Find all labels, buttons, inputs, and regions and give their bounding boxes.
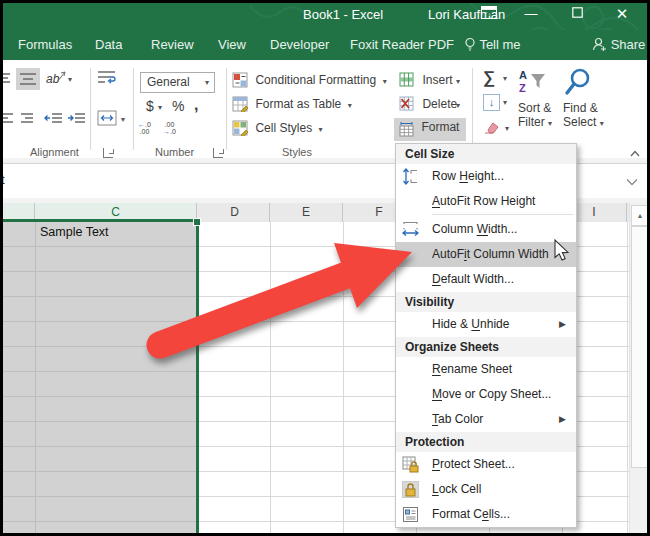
collapse-ribbon-button[interactable] (630, 143, 639, 152)
maximize-icon (572, 7, 583, 18)
row-height-icon (402, 168, 419, 185)
insert-cells-button[interactable]: Insert (399, 72, 452, 91)
conditional-formatting-icon (232, 72, 248, 88)
orientation-dropdown-caret[interactable]: ▾ (68, 75, 72, 84)
merge-center-button[interactable] (97, 110, 117, 130)
share-button[interactable]: Share (592, 30, 645, 60)
middle-align-button[interactable] (16, 68, 40, 90)
tab-tell-me[interactable]: Tell me (464, 30, 521, 60)
align-right-icon[interactable] (20, 112, 34, 130)
insert-cells-icon (399, 72, 414, 87)
number-format-select[interactable]: General ▾ (140, 72, 215, 93)
cell-styles-button[interactable]: Cell Styles ▾ (232, 120, 323, 140)
menu-item-hide-unhide[interactable]: Hide & Unhide▶ (396, 312, 576, 337)
currency-button[interactable]: $ (146, 98, 154, 114)
delete-caret[interactable]: ▾ (456, 101, 460, 110)
menu-item-label: Move or Copy Sheet... (432, 387, 551, 401)
format-cells-size-icon (399, 121, 414, 137)
align-left-icon[interactable] (0, 112, 14, 130)
conditional-formatting-button[interactable]: Conditional Formatting ▾ (232, 72, 387, 92)
menu-item-tab-color[interactable]: Tab Color▶ (396, 407, 576, 432)
find-select-button[interactable]: Find & Select ▾ (563, 68, 604, 129)
number-dialog-launcher[interactable] (213, 148, 223, 158)
menu-item-autofit-row-height[interactable]: AutoFit Row Height (396, 189, 576, 214)
vertical-scrollbar[interactable]: ▲ (629, 203, 649, 536)
title-bar: Book1 - Excel Lori Kaufman — ✕ (0, 0, 650, 30)
submenu-arrow-icon: ▶ (559, 312, 566, 337)
share-label: Share (611, 37, 646, 52)
menu-item-move-or-copy-sheet[interactable]: Move or Copy Sheet... (396, 382, 576, 407)
merge-center-caret[interactable]: ▾ (121, 115, 125, 124)
column-header-d[interactable]: D (200, 203, 270, 222)
tab-formulas[interactable]: Formulas (18, 30, 72, 60)
menu-item-protect-sheet[interactable]: Protect Sheet... (396, 452, 576, 477)
share-person-icon (592, 37, 607, 51)
menu-item-format-cells[interactable]: Format Cells... (396, 502, 576, 527)
clear-button[interactable] (483, 120, 500, 138)
menu-item-lock-cell[interactable]: Lock Cell (396, 477, 576, 502)
menu-item-default-width[interactable]: Default Width... (396, 267, 576, 292)
format-label: Format (421, 120, 459, 134)
tab-review[interactable]: Review (151, 30, 194, 60)
insert-label: Insert (422, 73, 452, 87)
menu-item-label: Tab Color (432, 412, 483, 426)
tab-foxit-reader-pdf[interactable]: Foxit Reader PDF (350, 30, 454, 60)
comma-button[interactable]: , (194, 96, 198, 114)
menu-section-visibility: Visibility (396, 292, 576, 312)
alignment-dialog-launcher[interactable] (103, 148, 113, 158)
decrease-indent-button[interactable] (44, 112, 63, 130)
menu-item-row-height[interactable]: Row Height... (396, 164, 576, 189)
sort-filter-button[interactable]: A Z Sort & Filter ▾ (518, 68, 552, 129)
menu-item-column-width[interactable]: Column Width... (396, 217, 576, 242)
selection-handle[interactable] (193, 218, 201, 226)
menu-item-label: AutoFit Column Width (432, 247, 549, 261)
menu-item-rename-sheet[interactable]: Rename Sheet (396, 357, 576, 382)
currency-caret[interactable]: ▾ (158, 103, 162, 112)
col-width-icon (402, 221, 419, 238)
minimize-button[interactable]: — (516, 0, 546, 28)
svg-text:Z: Z (519, 82, 526, 94)
tab-data[interactable]: Data (95, 30, 122, 60)
submenu-arrow-icon: ▶ (559, 407, 566, 432)
clear-caret[interactable]: ▾ (505, 124, 509, 133)
eraser-icon (483, 120, 500, 134)
maximize-button[interactable] (562, 0, 592, 28)
number-format-caret: ▾ (205, 78, 209, 87)
wrap-text-button[interactable] (97, 70, 117, 90)
tab-developer[interactable]: Developer (270, 30, 329, 60)
autosum-caret[interactable]: ▾ (503, 74, 507, 83)
insert-caret[interactable]: ▾ (456, 77, 460, 86)
close-button[interactable]: ✕ (607, 0, 637, 28)
orientation-button[interactable]: ab (46, 71, 66, 86)
format-as-table-button[interactable]: Format as Table ▾ (232, 96, 352, 116)
fill-button[interactable]: ↓ (483, 94, 500, 111)
protect-sheet-icon (402, 456, 419, 473)
tab-view[interactable]: View (218, 30, 246, 60)
align-top-icon[interactable] (0, 72, 12, 90)
scrollbar-thumb[interactable] (631, 226, 649, 468)
percent-button[interactable]: % (172, 98, 184, 114)
styles-group-label: Styles (282, 146, 312, 158)
delete-cells-button[interactable]: Delete (399, 96, 457, 115)
fill-caret[interactable]: ▾ (503, 98, 507, 107)
selected-columns-highlight[interactable] (0, 222, 199, 536)
scroll-up-button[interactable]: ▲ (631, 205, 649, 226)
menu-item-label: Format Cells... (432, 507, 510, 521)
delete-label: Delete (422, 97, 457, 111)
excel-window: Book1 - Excel Lori Kaufman — ✕ Tell me (0, 0, 650, 536)
format-button[interactable]: Format ▾ (394, 118, 466, 141)
autosum-button[interactable]: ∑ (483, 68, 495, 88)
column-header-e[interactable]: E (270, 203, 343, 222)
increase-decimal-button[interactable]: ←.0.00 (138, 121, 151, 135)
ribbon-display-options-button[interactable] (474, 1, 504, 29)
conditional-formatting-label: Conditional Formatting (255, 73, 376, 87)
decrease-decimal-button[interactable]: .00→.0 (163, 121, 176, 135)
number-group-label: Number (155, 146, 194, 158)
cell-c1-text: Sample Text (40, 225, 109, 239)
increase-indent-button[interactable] (67, 112, 86, 130)
menu-item-autofit-column-width[interactable]: AutoFit Column Width (396, 242, 576, 267)
menu-section-protection: Protection (396, 432, 576, 452)
number-format-value: General (147, 75, 190, 89)
expand-formula-bar-chevron[interactable] (626, 172, 638, 190)
menu-item-label: Hide & Unhide (432, 317, 509, 331)
